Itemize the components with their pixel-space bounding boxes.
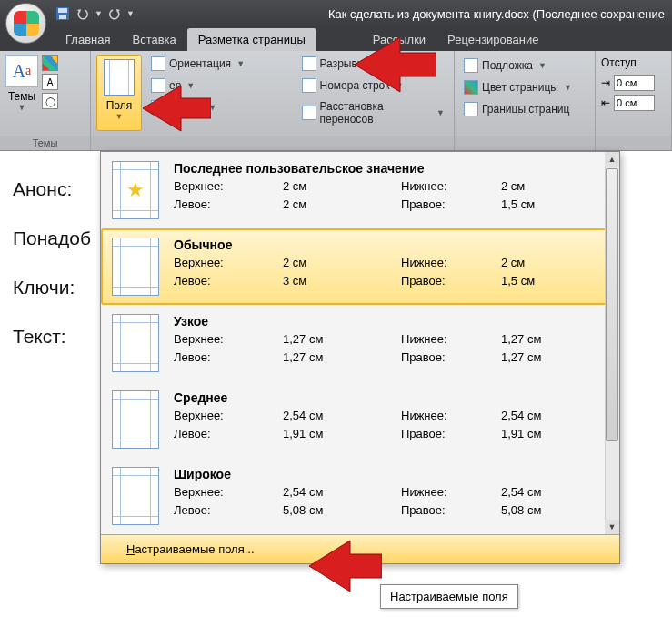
chevron-down-icon: ▼	[538, 61, 547, 70]
preset-title: Широкое	[174, 467, 608, 481]
hyphenation-icon	[302, 106, 316, 120]
page-borders-button[interactable]: Границы страниц	[460, 100, 589, 118]
svg-rect-2	[59, 15, 66, 19]
chevron-down-icon: ▼	[436, 108, 445, 117]
tooltip: Настраиваемые поля	[380, 584, 518, 609]
hyphenation-button[interactable]: Расстановка переносов▼	[298, 98, 449, 127]
theme-colors-button[interactable]	[42, 55, 58, 71]
group-label	[596, 136, 671, 150]
chevron-down-icon[interactable]: ▼	[126, 9, 135, 18]
paragraph-indent-group: Отступ ⇥ ⇤	[596, 51, 672, 150]
indent-right-icon: ⇤	[601, 96, 610, 109]
margins-thumb-icon: ★	[112, 161, 159, 219]
redo-icon[interactable]	[106, 5, 123, 22]
arrow-annotation-icon	[355, 33, 436, 96]
page-color-button[interactable]: Цвет страницы▼	[460, 78, 589, 96]
tab-page-layout[interactable]: Разметка страницы	[187, 28, 316, 51]
margins-thumb-icon	[112, 467, 159, 525]
margins-thumb-icon	[112, 314, 159, 372]
indent-left-icon: ⇥	[601, 76, 610, 89]
office-button[interactable]	[5, 3, 46, 44]
arrow-annotation-icon	[309, 537, 382, 596]
scrollbar-thumb[interactable]	[606, 168, 618, 441]
watermark-icon	[464, 58, 478, 73]
svg-marker-5	[309, 541, 382, 592]
chevron-down-icon: ▼	[564, 83, 572, 92]
quick-access-toolbar: ▼ ▼	[55, 5, 135, 22]
margins-thumb-icon	[112, 390, 159, 449]
page-color-icon	[464, 80, 478, 95]
preset-title: Среднее	[174, 390, 608, 405]
margins-label: Поля	[106, 99, 133, 112]
theme-fonts-button[interactable]: A	[42, 74, 58, 90]
borders-icon	[464, 102, 478, 116]
undo-icon[interactable]	[75, 5, 91, 22]
tab-insert[interactable]: Вставка	[121, 28, 186, 51]
tab-home[interactable]: Главная	[55, 28, 121, 51]
margins-thumb-icon	[112, 238, 159, 296]
themes-group: Aa Темы ▼ A ◯ Темы	[0, 51, 91, 150]
breaks-icon	[302, 56, 316, 71]
orientation-button[interactable]: Ориентация▼	[147, 55, 298, 73]
margins-preset-item[interactable]: СреднееВерхнее:2,54 смНижнее:2,54 смЛево…	[101, 381, 619, 458]
margins-dropdown: ★Последнее пользовательское значениеВерх…	[100, 151, 620, 564]
svg-marker-3	[355, 37, 436, 92]
line-numbers-icon	[302, 78, 316, 93]
preset-title: Последнее пользовательское значение	[174, 161, 608, 176]
margins-list: ★Последнее пользовательское значениеВерх…	[101, 152, 619, 534]
margins-icon	[104, 59, 135, 96]
svg-rect-1	[58, 8, 67, 13]
chevron-down-icon[interactable]: ▼	[95, 9, 103, 18]
ribbon: Aa Темы ▼ A ◯ Темы Поля ▼ Ориентация▼ ер…	[0, 51, 672, 151]
themes-label: Темы	[5, 90, 38, 103]
scroll-up-icon[interactable]: ▲	[605, 152, 619, 167]
group-label: Темы	[0, 136, 90, 150]
margins-preset-item[interactable]: ШирокоеВерхнее:2,54 смНижнее:2,54 смЛево…	[101, 458, 619, 534]
window-title: Как сделать из документа книгу.docx (Пос…	[328, 7, 672, 21]
title-bar: ▼ ▼ Как сделать из документа книгу.docx …	[0, 0, 672, 27]
margins-preset-item[interactable]: ★Последнее пользовательское значениеВерх…	[101, 152, 619, 228]
group-label	[455, 136, 595, 150]
indent-left-input[interactable]	[614, 75, 655, 91]
page-background-group: Подложка▼ Цвет страницы▼ Границы страниц	[455, 51, 596, 150]
orientation-icon	[151, 56, 165, 71]
margins-preset-item[interactable]: УзкоеВерхнее:1,27 смНижнее:1,27 смЛевое:…	[101, 305, 619, 381]
arrow-annotation-icon	[143, 82, 211, 135]
scroll-down-icon[interactable]: ▼	[605, 520, 619, 534]
chevron-down-icon: ▼	[236, 59, 245, 68]
chevron-down-icon: ▼	[115, 112, 124, 121]
theme-effects-button[interactable]: ◯	[42, 93, 58, 109]
save-icon[interactable]	[55, 5, 71, 22]
indent-label: Отступ	[601, 55, 666, 71]
scrollbar[interactable]: ▲ ▼	[605, 152, 619, 534]
watermark-button[interactable]: Подложка▼	[460, 56, 589, 75]
preset-title: Узкое	[174, 314, 608, 329]
preset-title: Обычное	[174, 238, 608, 252]
ribbon-tabs: Главная Вставка Разметка страницы Рассыл…	[0, 27, 672, 51]
svg-marker-4	[143, 86, 211, 131]
margins-preset-item[interactable]: ОбычноеВерхнее:2 смНижнее:2 смЛевое:3 см…	[101, 228, 619, 305]
tab-review[interactable]: Рецензирование	[436, 28, 549, 51]
indent-right-input[interactable]	[614, 95, 655, 111]
themes-button[interactable]: Aa	[5, 55, 38, 87]
margins-button[interactable]: Поля ▼	[96, 55, 142, 131]
chevron-down-icon[interactable]: ▼	[5, 103, 38, 112]
group-label	[91, 136, 454, 150]
office-logo-icon	[14, 11, 39, 36]
